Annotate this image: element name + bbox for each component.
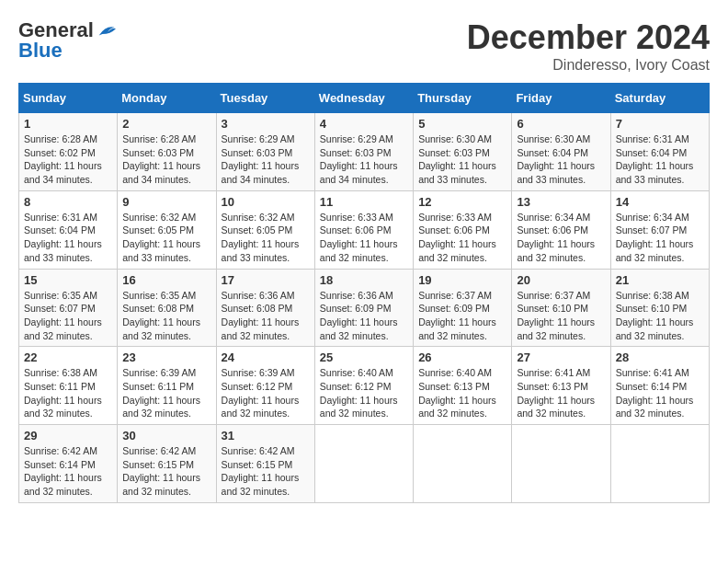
calendar-week-1: 1Sunrise: 6:28 AM Sunset: 6:02 PM Daylig… — [19, 113, 710, 191]
calendar-week-2: 8Sunrise: 6:31 AM Sunset: 6:04 PM Daylig… — [19, 190, 710, 269]
day-number: 24 — [222, 350, 310, 364]
day-number: 30 — [122, 429, 210, 442]
day-content: Sunrise: 6:30 AM Sunset: 6:04 PM Dayligh… — [517, 132, 605, 187]
day-content: Sunrise: 6:35 AM Sunset: 6:08 PM Dayligh… — [122, 289, 210, 343]
day-number: 22 — [24, 350, 112, 364]
day-content: Sunrise: 6:42 AM Sunset: 6:15 PM Dayligh… — [122, 444, 210, 499]
day-content: Sunrise: 6:38 AM Sunset: 6:11 PM Dayligh… — [24, 366, 112, 420]
header-day-sunday: Sunday — [19, 84, 118, 113]
day-content: Sunrise: 6:32 AM Sunset: 6:05 PM Dayligh… — [122, 211, 210, 265]
calendar-cell: 24Sunrise: 6:39 AM Sunset: 6:12 PM Dayli… — [216, 347, 314, 425]
day-number: 13 — [517, 195, 605, 209]
day-number: 23 — [122, 350, 210, 364]
header-day-thursday: Thursday — [414, 84, 512, 113]
calendar-cell: 17Sunrise: 6:36 AM Sunset: 6:08 PM Dayli… — [216, 269, 314, 347]
header-day-tuesday: Tuesday — [216, 84, 314, 113]
logo-bird-icon — [96, 20, 116, 40]
day-content: Sunrise: 6:39 AM Sunset: 6:11 PM Dayligh… — [122, 366, 210, 420]
day-number: 18 — [320, 273, 408, 287]
day-number: 4 — [320, 117, 408, 131]
header-day-saturday: Saturday — [610, 84, 709, 113]
day-content: Sunrise: 6:40 AM Sunset: 6:12 PM Dayligh… — [320, 366, 408, 420]
day-content: Sunrise: 6:33 AM Sunset: 6:06 PM Dayligh… — [320, 211, 408, 265]
day-number: 10 — [222, 195, 310, 209]
day-number: 12 — [418, 195, 506, 209]
calendar-cell: 25Sunrise: 6:40 AM Sunset: 6:12 PM Dayli… — [314, 347, 413, 425]
calendar-cell: 9Sunrise: 6:32 AM Sunset: 6:05 PM Daylig… — [118, 190, 216, 269]
day-content: Sunrise: 6:37 AM Sunset: 6:09 PM Dayligh… — [418, 289, 506, 343]
day-number: 21 — [616, 273, 704, 287]
header: General Blue December 2024 Dinderesso, I… — [18, 18, 710, 74]
day-number: 31 — [222, 429, 310, 442]
day-content: Sunrise: 6:39 AM Sunset: 6:12 PM Dayligh… — [222, 366, 310, 420]
calendar-cell: 5Sunrise: 6:30 AM Sunset: 6:03 PM Daylig… — [414, 113, 512, 191]
calendar-cell: 2Sunrise: 6:28 AM Sunset: 6:03 PM Daylig… — [118, 113, 216, 191]
calendar-body: 1Sunrise: 6:28 AM Sunset: 6:02 PM Daylig… — [19, 113, 710, 503]
calendar-cell: 22Sunrise: 6:38 AM Sunset: 6:11 PM Dayli… — [19, 347, 118, 425]
day-content: Sunrise: 6:41 AM Sunset: 6:13 PM Dayligh… — [517, 366, 605, 420]
day-content: Sunrise: 6:29 AM Sunset: 6:03 PM Dayligh… — [320, 132, 408, 187]
day-number: 11 — [320, 195, 408, 209]
day-number: 26 — [418, 350, 506, 364]
header-day-friday: Friday — [512, 84, 610, 113]
calendar-cell — [314, 425, 413, 503]
day-number: 27 — [517, 350, 605, 364]
day-content: Sunrise: 6:42 AM Sunset: 6:14 PM Dayligh… — [24, 444, 112, 499]
calendar-cell: 20Sunrise: 6:37 AM Sunset: 6:10 PM Dayli… — [512, 269, 610, 347]
calendar-header: SundayMondayTuesdayWednesdayThursdayFrid… — [19, 84, 710, 113]
day-number: 17 — [222, 273, 310, 287]
day-content: Sunrise: 6:31 AM Sunset: 6:04 PM Dayligh… — [24, 211, 112, 265]
calendar-cell: 27Sunrise: 6:41 AM Sunset: 6:13 PM Dayli… — [512, 347, 610, 425]
calendar-cell: 15Sunrise: 6:35 AM Sunset: 6:07 PM Dayli… — [19, 269, 118, 347]
calendar-cell: 10Sunrise: 6:32 AM Sunset: 6:05 PM Dayli… — [216, 190, 314, 269]
logo: General Blue — [18, 18, 116, 63]
calendar-cell: 3Sunrise: 6:29 AM Sunset: 6:03 PM Daylig… — [216, 113, 314, 191]
day-content: Sunrise: 6:37 AM Sunset: 6:10 PM Dayligh… — [517, 289, 605, 343]
day-number: 19 — [418, 273, 506, 287]
header-day-monday: Monday — [118, 84, 216, 113]
day-content: Sunrise: 6:28 AM Sunset: 6:03 PM Dayligh… — [122, 132, 210, 187]
calendar-cell: 18Sunrise: 6:36 AM Sunset: 6:09 PM Dayli… — [314, 269, 413, 347]
month-title: December 2024 — [467, 18, 710, 57]
day-content: Sunrise: 6:28 AM Sunset: 6:02 PM Dayligh… — [24, 132, 112, 187]
calendar-cell: 21Sunrise: 6:38 AM Sunset: 6:10 PM Dayli… — [610, 269, 709, 347]
calendar-week-3: 15Sunrise: 6:35 AM Sunset: 6:07 PM Dayli… — [19, 269, 710, 347]
day-content: Sunrise: 6:41 AM Sunset: 6:14 PM Dayligh… — [616, 366, 704, 420]
day-content: Sunrise: 6:42 AM Sunset: 6:15 PM Dayligh… — [222, 444, 310, 499]
calendar-cell: 4Sunrise: 6:29 AM Sunset: 6:03 PM Daylig… — [314, 113, 413, 191]
day-content: Sunrise: 6:33 AM Sunset: 6:06 PM Dayligh… — [418, 211, 506, 265]
calendar-cell: 1Sunrise: 6:28 AM Sunset: 6:02 PM Daylig… — [19, 113, 118, 191]
day-content: Sunrise: 6:35 AM Sunset: 6:07 PM Dayligh… — [24, 289, 112, 343]
day-number: 7 — [616, 117, 704, 131]
header-day-wednesday: Wednesday — [314, 84, 413, 113]
calendar-table: SundayMondayTuesdayWednesdayThursdayFrid… — [18, 83, 710, 503]
calendar-cell: 6Sunrise: 6:30 AM Sunset: 6:04 PM Daylig… — [512, 113, 610, 191]
title-area: December 2024 Dinderesso, Ivory Coast — [467, 18, 710, 74]
day-number: 1 — [24, 117, 112, 131]
calendar-cell — [610, 425, 709, 503]
day-content: Sunrise: 6:40 AM Sunset: 6:13 PM Dayligh… — [418, 366, 506, 420]
day-number: 29 — [24, 429, 112, 442]
day-number: 20 — [517, 273, 605, 287]
day-number: 15 — [24, 273, 112, 287]
calendar-week-4: 22Sunrise: 6:38 AM Sunset: 6:11 PM Dayli… — [19, 347, 710, 425]
calendar-cell — [512, 425, 610, 503]
calendar-cell: 7Sunrise: 6:31 AM Sunset: 6:04 PM Daylig… — [610, 113, 709, 191]
calendar-cell: 23Sunrise: 6:39 AM Sunset: 6:11 PM Dayli… — [118, 347, 216, 425]
logo-blue-text: Blue — [18, 39, 63, 63]
calendar-cell: 29Sunrise: 6:42 AM Sunset: 6:14 PM Dayli… — [19, 425, 118, 503]
day-content: Sunrise: 6:32 AM Sunset: 6:05 PM Dayligh… — [222, 211, 310, 265]
calendar-cell: 8Sunrise: 6:31 AM Sunset: 6:04 PM Daylig… — [19, 190, 118, 269]
header-row: SundayMondayTuesdayWednesdayThursdayFrid… — [19, 84, 710, 113]
calendar-cell: 13Sunrise: 6:34 AM Sunset: 6:06 PM Dayli… — [512, 190, 610, 269]
day-number: 25 — [320, 350, 408, 364]
day-content: Sunrise: 6:36 AM Sunset: 6:09 PM Dayligh… — [320, 289, 408, 343]
day-number: 6 — [517, 117, 605, 131]
day-number: 5 — [418, 117, 506, 131]
day-content: Sunrise: 6:36 AM Sunset: 6:08 PM Dayligh… — [222, 289, 310, 343]
calendar-cell — [414, 425, 512, 503]
day-content: Sunrise: 6:30 AM Sunset: 6:03 PM Dayligh… — [418, 132, 506, 187]
day-content: Sunrise: 6:31 AM Sunset: 6:04 PM Dayligh… — [616, 132, 704, 187]
calendar-cell: 30Sunrise: 6:42 AM Sunset: 6:15 PM Dayli… — [118, 425, 216, 503]
day-number: 2 — [122, 117, 210, 131]
